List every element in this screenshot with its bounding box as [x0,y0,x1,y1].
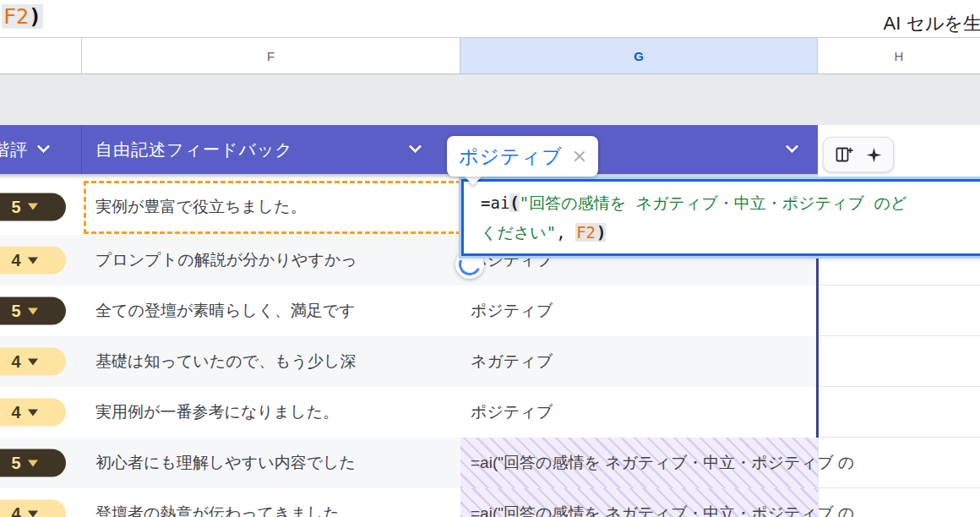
rating-value: 4 [11,251,20,270]
rating-value: 5 [11,454,20,473]
formula-cell-ref: F2 [3,4,29,29]
formula-line-1: =ai("回答の感情を ネガティブ・中立・ポジティブ のど [481,188,980,218]
formula-bar-content: F2) [2,4,43,29]
feedback-text: プロンプトの解説が分かりやすかっ [95,249,357,271]
rating-pill[interactable]: 4 [0,247,66,275]
open-paren: ( [509,193,519,212]
caret-down-icon [28,358,38,365]
feedback-cell[interactable]: 全ての登壇が素晴らしく、満足です [82,286,460,336]
caret-down-icon [28,409,38,416]
column-letter: H [895,49,904,63]
rating-pill[interactable]: 4 [0,348,66,376]
spreadsheet-app: F2) AI セルを生 F G H 階評 自由記述フィードバック 5 [0,0,980,517]
feedback-cell[interactable]: 初心者にも理解しやすい内容でした [82,438,460,488]
formula-bar[interactable]: F2) AI セルを生 [0,0,980,37]
sentiment-text: ポジティブ [471,300,553,322]
rating-pill[interactable]: 4 [0,399,66,427]
rating-value: 4 [11,352,20,372]
rating-pill[interactable]: 5 [0,449,66,477]
caret-down-icon [28,204,38,210]
formula-text: =ai("回答の感情を ネガティブ・中立・ポジティブ の [471,452,854,474]
chevron-down-icon[interactable] [409,140,422,154]
rating-cell[interactable]: 4 [0,387,82,438]
close-paren: ) [596,223,606,242]
rating-value: 4 [11,403,20,422]
table-row: 4 実用例が一番参考になりました。 ポジティブ [0,387,818,438]
string-argument: ください" [481,223,556,242]
rating-value: 5 [11,302,20,321]
feedback-cell[interactable]: 基礎は知っていたので、もう少し深 [82,336,460,387]
feedback-cell[interactable]: プロンプトの解説が分かりやすかっ [82,235,460,286]
rating-cell[interactable]: 4 [0,336,82,387]
feedback-text: 全ての登壇が素晴らしく、満足です [95,300,356,322]
rating-pill[interactable]: 4 [0,500,66,517]
pending-formula-text: =ai("回答の感情を ネガティブ・中立・ポジティブ の [471,488,980,517]
feedback-text: 実用例が一番参考になりました。 [95,401,339,423]
table-header-feedback[interactable]: 自由記述フィードバック [82,125,460,174]
tag-label: ポジティブ [459,144,563,170]
function-name: =ai [481,193,509,212]
column-header-stub[interactable] [0,38,82,73]
table-header-label: 階評 [0,139,28,161]
caret-down-icon [28,257,38,264]
close-icon[interactable] [573,150,586,163]
table-header-label: 自由記述フィードバック [95,139,293,161]
sentiment-cell[interactable]: ネガティブ [460,336,818,387]
feedback-text: 初心者にも理解しやすい内容でした [95,452,356,474]
caret-down-icon [28,307,38,314]
table-header-rating[interactable]: 階評 [0,125,82,174]
selection-border [816,255,819,438]
insert-column-icon[interactable] [834,144,854,165]
chevron-down-icon[interactable] [786,140,799,154]
ai-cell-dialog-title: AI セルを生 [884,11,980,36]
rating-value: 5 [11,197,20,216]
formula-line-2: ください", F2) [481,218,980,248]
rating-value: 4 [11,504,20,517]
rating-pill[interactable]: 5 [0,297,66,325]
column-header-g[interactable]: G [460,38,818,73]
sentiment-cell[interactable]: ポジティブ [460,286,818,336]
chevron-down-icon[interactable] [37,140,51,154]
sentiment-text: ネガティブ [471,351,553,373]
sentiment-text: ポジティブ [471,401,553,423]
feedback-cell[interactable]: 登壇者の熱意が伝わってきました。 [82,488,460,517]
caret-down-icon [28,460,38,466]
column-header-f[interactable]: F [82,38,460,73]
feedback-text: 基礎は知っていたので、もう少し深 [95,351,356,373]
rating-cell[interactable]: 5 [0,438,82,488]
caret-down-icon [28,510,38,517]
feedback-text: 登壇者の熱意が伝わってきました。 [95,503,356,517]
feedback-cell[interactable]: 実用例が一番参考になりました。 [82,387,460,438]
cell-reference: F2 [575,223,596,242]
pending-formula-text: =ai("回答の感情を ネガティブ・中立・ポジティブ の [471,438,980,488]
formula-text: =ai("回答の感情を ネガティブ・中立・ポジティブ の [471,503,854,517]
ai-sparkle-icon[interactable] [865,146,883,164]
column-toolbar [823,137,894,172]
comma: , [556,223,565,242]
sentiment-cell[interactable]: ポジティブ [460,387,818,438]
referenced-cell-outline [84,181,461,234]
rating-cell[interactable]: 4 [0,488,82,517]
column-header-h[interactable]: H [818,38,980,73]
rating-cell[interactable]: 5 [0,178,82,235]
string-argument: "回答の感情を ネガティブ・中立・ポジティブ のど [520,193,907,212]
collapsed-row-band [0,74,980,125]
table-row: 4 基礎は知っていたので、もう少し深 ネガティブ [0,336,818,387]
rating-cell[interactable]: 5 [0,286,82,336]
rating-pill[interactable]: 5 [0,193,66,220]
formula-close-paren: ) [29,4,41,29]
column-letter: F [267,49,275,63]
column-letter: G [634,49,644,63]
table-row: 5 全ての登壇が素晴らしく、満足です ポジティブ [0,286,818,336]
sentiment-tag-tooltip[interactable]: ポジティブ [447,136,598,177]
cell-formula-editor[interactable]: =ai("回答の感情を ネガティブ・中立・ポジティブ のど ください", F2) [461,179,980,256]
rating-cell[interactable]: 4 [0,235,82,286]
table-header-row: 階評 自由記述フィードバック [0,125,818,174]
